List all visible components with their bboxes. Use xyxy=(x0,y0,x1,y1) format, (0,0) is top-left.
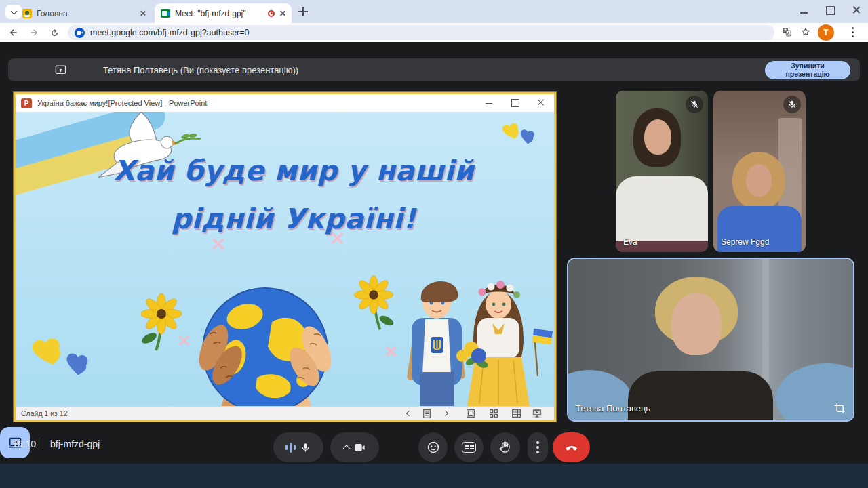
ukraine-flag-small xyxy=(532,329,553,376)
screen: Головна Meet: "bfj-mfzd-gpj" meet.google… xyxy=(0,0,868,488)
video-feed xyxy=(713,91,806,252)
powerpoint-icon: P xyxy=(21,98,32,108)
raise-hand-button[interactable] xyxy=(490,432,520,462)
end-call-icon xyxy=(564,440,579,455)
participant-tile-seprew[interactable]: Seprew Fggd xyxy=(713,91,806,252)
ppt-minimize-button[interactable] xyxy=(485,98,494,106)
tab-label: Головна xyxy=(37,9,135,18)
translate-icon[interactable] xyxy=(780,25,793,39)
more-options-icon xyxy=(536,441,539,453)
divider xyxy=(43,439,43,449)
slide-counter: Слайд 1 из 12 xyxy=(21,409,68,418)
smiley-icon xyxy=(427,441,440,454)
profile-avatar[interactable]: T xyxy=(818,24,834,41)
captions-button[interactable] xyxy=(454,432,484,462)
more-options-button[interactable] xyxy=(528,432,548,462)
stop-presenting-button[interactable]: Зупинити презентацію xyxy=(765,61,850,79)
powerpoint-titlebar[interactable]: P Україна бажає миру![Protected View] - … xyxy=(16,94,554,112)
address-bar[interactable]: meet.google.com/bfj-mfzd-gpj?authuser=0 xyxy=(68,25,774,40)
reload-button[interactable] xyxy=(47,26,61,39)
close-tab-icon[interactable] xyxy=(279,10,285,16)
crop-icon[interactable] xyxy=(833,402,846,414)
recording-indicator-icon xyxy=(268,10,275,17)
end-call-button[interactable] xyxy=(553,432,590,462)
participant-name: Seprew Fggd xyxy=(721,237,769,247)
camera-button[interactable] xyxy=(330,432,379,462)
previous-slide-icon[interactable] xyxy=(403,409,414,418)
next-slide-icon[interactable] xyxy=(440,409,451,418)
slide-sorter-view-icon[interactable] xyxy=(488,409,499,418)
sunflower-left xyxy=(140,293,182,350)
notes-icon[interactable] xyxy=(421,409,432,418)
windows-taskbar: W W P УКР xyxy=(0,464,868,488)
present-icon xyxy=(54,64,67,79)
powerpoint-window-title: Україна бажає миру![Protected View] - Po… xyxy=(37,99,207,107)
bookmark-star-icon[interactable] xyxy=(799,25,812,39)
presenting-banner-text: Тетяна Полтавець (Ви (показуєте презента… xyxy=(103,65,298,75)
classroom-icon xyxy=(22,9,32,18)
participant-tile-tetiana[interactable]: Тетяна Полтавець xyxy=(567,258,854,422)
normal-view-icon[interactable] xyxy=(465,409,476,418)
hearts-bottom-left xyxy=(31,338,88,376)
microphone-button[interactable] xyxy=(273,432,323,462)
camera-icon xyxy=(353,441,366,454)
slideshow-view-icon[interactable] xyxy=(532,409,542,418)
window-close-button[interactable] xyxy=(850,5,863,15)
meeting-info: 16:10 bfj-mfzd-gpj xyxy=(12,439,100,449)
participant-name: Тетяна Полтавець xyxy=(576,403,650,413)
meet-site-icon xyxy=(75,28,85,38)
hand-icon xyxy=(498,441,512,454)
audio-activity-icon xyxy=(285,442,296,453)
meet-control-bar: 16:10 bfj-mfzd-gpj xyxy=(0,427,868,464)
globe-in-hands xyxy=(193,288,337,406)
reactions-button[interactable] xyxy=(418,432,448,462)
url-text: meet.google.com/bfj-mfzd-gpj?authuser=0 xyxy=(90,28,250,37)
slide-title: Хай буде мир у нашій рідній Україні! xyxy=(104,147,484,243)
slide-canvas: Хай буде мир у нашій рідній Україні! xyxy=(16,112,554,406)
mic-off-icon xyxy=(783,96,801,113)
tab-strip: Головна Meet: "bfj-mfzd-gpj" xyxy=(0,0,868,23)
reading-view-icon[interactable] xyxy=(511,409,521,418)
participant-name: Eva xyxy=(623,237,637,247)
meeting-time: 16:10 xyxy=(12,439,36,449)
captions-icon xyxy=(462,442,476,453)
hearts-top-right xyxy=(502,123,535,145)
tab-label: Meet: "bfj-mfzd-gpj" xyxy=(175,9,263,18)
presenting-banner: Тетяна Полтавець (Ви (показуєте презента… xyxy=(8,58,860,81)
window-minimize-button[interactable] xyxy=(799,5,811,15)
forward-button[interactable] xyxy=(27,26,41,39)
video-feed xyxy=(616,91,708,252)
video-feed xyxy=(568,259,853,420)
back-button[interactable] xyxy=(7,26,20,39)
meeting-code: bfj-mfzd-gpj xyxy=(50,439,100,449)
tab-meet-active[interactable]: Meet: "bfj-mfzd-gpj" xyxy=(155,3,292,23)
ppt-maximize-button[interactable] xyxy=(511,98,520,106)
new-tab-button[interactable] xyxy=(298,7,308,16)
powerpoint-statusbar: Слайд 1 из 12 xyxy=(16,406,554,420)
mic-off-icon xyxy=(686,96,703,113)
browser-menu-icon[interactable] xyxy=(846,26,860,39)
ppt-close-button[interactable] xyxy=(536,98,546,106)
meet-icon xyxy=(161,9,170,18)
children-illustration xyxy=(407,281,553,406)
participant-tile-eva[interactable]: Eva xyxy=(616,91,708,252)
mic-icon xyxy=(300,442,311,453)
tab-classroom[interactable]: Головна xyxy=(16,3,152,23)
window-maximize-button[interactable] xyxy=(825,5,837,15)
chevron-up-icon xyxy=(342,445,350,452)
powerpoint-window[interactable]: P Україна бажає миру![Protected View] - … xyxy=(14,92,556,422)
close-tab-icon[interactable] xyxy=(140,10,146,16)
sunflower-right xyxy=(355,276,395,330)
